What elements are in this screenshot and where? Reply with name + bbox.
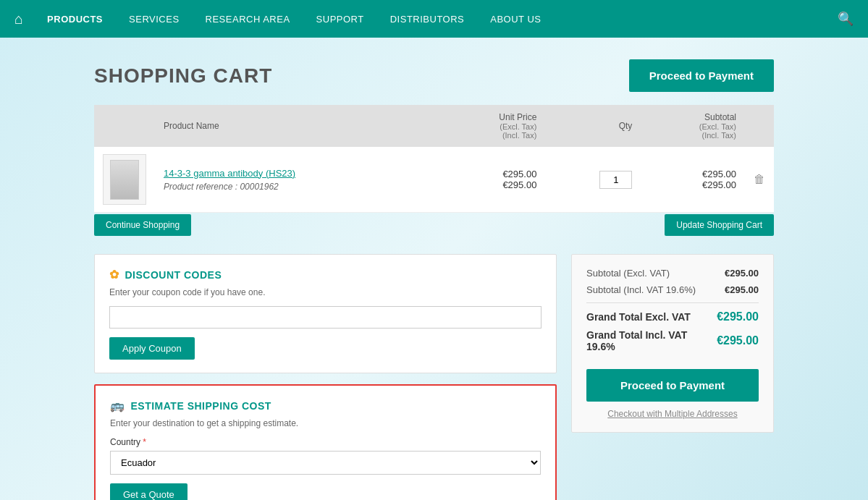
grand-excl-label: Grand Total Excl. VAT	[586, 311, 691, 323]
page-header: SHOPPING CART Proceed to Payment	[94, 59, 774, 92]
product-image-inner	[110, 160, 139, 200]
summary-subtotal-excl-row: Subtotal (Excl. VAT) €295.00	[586, 268, 759, 279]
checkout-multiple-link[interactable]: Checkout with Multiple Addresses	[586, 409, 759, 419]
required-star: *	[140, 437, 146, 447]
product-name-cell: 14-3-3 gamma antibody (HS23) Product ref…	[155, 147, 440, 213]
nav-item-distributors[interactable]: DISTRIBUTORS	[377, 0, 478, 38]
unit-excl-value: €295.00	[449, 169, 536, 179]
shipping-title: 🚌 ESTIMATE SHIPPING COST	[110, 399, 541, 412]
col-qty: Qty	[545, 105, 641, 147]
qty-cell	[545, 147, 641, 213]
col-product-name: Product Name	[155, 105, 440, 147]
proceed-to-payment-summary-button[interactable]: Proceed to Payment	[586, 369, 759, 402]
continue-shopping-button[interactable]: Continue Shopping	[94, 214, 191, 236]
update-cart-button[interactable]: Update Shopping Cart	[665, 214, 774, 236]
unit-incl-value: €295.00	[449, 179, 536, 190]
grand-total-incl-row: Grand Total Incl. VAT 19.6% €295.00	[586, 329, 759, 352]
main-content: SHOPPING CART Proceed to Payment Product…	[0, 38, 868, 500]
shipping-title-text: ESTIMATE SHIPPING COST	[131, 400, 271, 412]
subtotal-incl-amount: €295.00	[725, 284, 759, 295]
discount-box: ✿ DISCOUNT CODES Enter your coupon code …	[94, 254, 557, 373]
cart-table: Product Name Unit Price (Excl. Tax) (Inc…	[94, 105, 774, 213]
product-link[interactable]: 14-3-3 gamma antibody (HS23)	[164, 168, 295, 179]
summary-divider	[586, 302, 759, 303]
subtotal-cell: €295.00 €295.00	[641, 147, 745, 213]
nav-item-aboutus[interactable]: ABOUT US	[477, 0, 554, 38]
country-label: Country *	[110, 437, 541, 447]
shipping-icon: 🚌	[110, 399, 125, 412]
get-quote-button[interactable]: Get a Quote	[110, 483, 187, 500]
country-select[interactable]: Ecuador United States United Kingdom Ger…	[110, 451, 541, 475]
nav-item-research[interactable]: RESEARCH AREA	[193, 0, 303, 38]
discount-subtitle: Enter your coupon code if you have one.	[109, 287, 542, 297]
quantity-input[interactable]	[599, 171, 632, 189]
shipping-subtitle: Enter your destination to get a shipping…	[110, 418, 541, 428]
delete-button[interactable]: 🗑	[754, 173, 765, 186]
col-unit-price: Unit Price (Excl. Tax) (Incl. Tax)	[440, 105, 545, 147]
delete-cell: 🗑	[745, 147, 774, 213]
order-summary: Subtotal (Excl. VAT) €295.00 Subtotal (I…	[571, 254, 774, 433]
table-row: 14-3-3 gamma antibody (HS23) Product ref…	[94, 147, 774, 213]
summary-subtotal-incl-row: Subtotal (Incl. VAT 19.6%) €295.00	[586, 284, 759, 295]
navigation: ⌂ PRODUCTS SERVICES RESEARCH AREA SUPPOR…	[0, 0, 868, 38]
subtotal-incl-label: Subtotal (Incl. VAT 19.6%)	[586, 284, 696, 295]
discount-icon: ✿	[109, 268, 119, 281]
cart-actions: Continue Shopping Update Shopping Cart	[94, 214, 774, 236]
discount-title: ✿ DISCOUNT CODES	[109, 268, 542, 281]
grand-excl-amount: €295.00	[717, 310, 759, 323]
discount-title-text: DISCOUNT CODES	[125, 269, 222, 281]
page-title: SHOPPING CART	[94, 64, 272, 88]
grand-incl-label: Grand Total Incl. VAT 19.6%	[586, 329, 717, 352]
search-icon[interactable]: 🔍	[838, 11, 854, 27]
subtotal-excl-amount: €295.00	[725, 268, 759, 279]
estimate-shipping-box: 🚌 ESTIMATE SHIPPING COST Enter your dest…	[94, 384, 557, 500]
bottom-section: ✿ DISCOUNT CODES Enter your coupon code …	[94, 254, 774, 500]
home-icon[interactable]: ⌂	[14, 11, 23, 27]
product-image	[103, 154, 146, 205]
col-subtotal: Subtotal (Excl. Tax) (Incl. Tax)	[641, 105, 745, 147]
nav-items: PRODUCTS SERVICES RESEARCH AREA SUPPORT …	[34, 0, 838, 38]
proceed-to-payment-top-button[interactable]: Proceed to Payment	[629, 59, 774, 92]
grand-total-excl-row: Grand Total Excl. VAT €295.00	[586, 310, 759, 323]
nav-item-support[interactable]: SUPPORT	[303, 0, 377, 38]
sub-excl-value: €295.00	[649, 169, 736, 179]
subtotal-excl-label: Subtotal (Excl. VAT)	[586, 268, 670, 279]
sub-incl-value: €295.00	[649, 179, 736, 190]
grand-incl-amount: €295.00	[717, 334, 759, 347]
nav-item-products[interactable]: PRODUCTS	[34, 0, 116, 38]
apply-coupon-button[interactable]: Apply Coupon	[109, 337, 195, 360]
nav-item-services[interactable]: SERVICES	[116, 0, 193, 38]
coupon-input[interactable]	[109, 306, 542, 329]
left-panels: ✿ DISCOUNT CODES Enter your coupon code …	[94, 254, 557, 500]
product-image-cell	[94, 147, 155, 213]
product-reference: Product reference : 00001962	[164, 182, 431, 192]
table-header-row: Product Name Unit Price (Excl. Tax) (Inc…	[94, 105, 774, 147]
unit-price-excl: €295.00 €295.00	[440, 147, 545, 213]
